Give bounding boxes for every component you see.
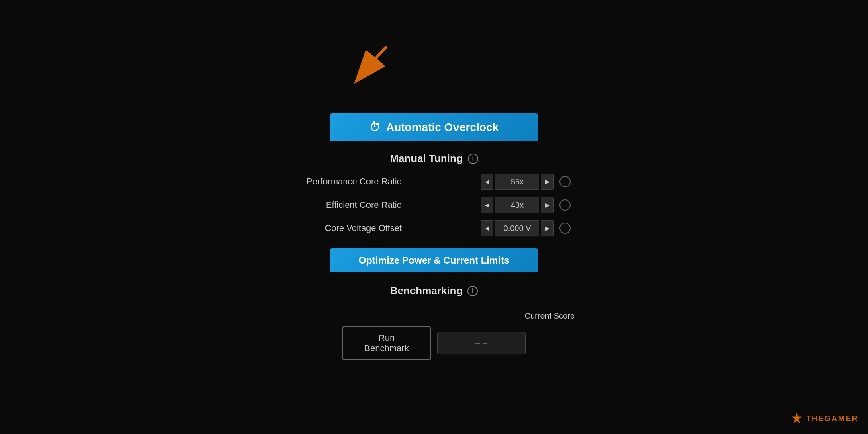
right-arrow-icon: ▶	[545, 225, 550, 231]
thegamer-logo-icon	[791, 412, 803, 424]
controls-section: Performance Core Ratio ◀ 55x ▶ i Efficie…	[293, 174, 575, 244]
left-arrow-icon: ◀	[485, 225, 489, 231]
efficient-core-ratio-label: Efficient Core Ratio	[297, 200, 410, 210]
core-voltage-offset-input-group: ◀ 0.000 V ▶ i	[481, 220, 571, 236]
score-display: – –	[437, 332, 526, 354]
efficient-core-ratio-row: Efficient Core Ratio ◀ 43x ▶ i	[293, 197, 575, 213]
core-voltage-dropdown[interactable]: 0.000 V	[495, 220, 539, 236]
core-voltage-increase-button[interactable]: ▶	[541, 220, 554, 236]
svg-marker-1	[792, 413, 801, 423]
benchmarking-section: Benchmarking i Current Score Run Benchma…	[293, 285, 575, 360]
right-arrow-icon: ▶	[545, 202, 550, 208]
benchmarking-header: Benchmarking i	[390, 285, 478, 297]
arrow-annotation	[330, 43, 394, 96]
score-value: – –	[475, 338, 488, 348]
watermark-text: THEGAMER	[806, 414, 858, 423]
performance-core-ratio-input-group: ◀ 55x ▶ i	[481, 174, 571, 190]
manual-tuning-header: Manual Tuning i	[390, 152, 478, 165]
manual-tuning-info-icon[interactable]: i	[468, 154, 478, 164]
performance-core-ratio-info-icon[interactable]: i	[559, 176, 571, 187]
efficient-core-ratio-input-group: ◀ 43x ▶ i	[481, 197, 571, 213]
efficient-core-ratio-dropdown[interactable]: 43x	[495, 197, 539, 213]
efficient-core-ratio-increase-button[interactable]: ▶	[541, 197, 554, 213]
optimize-label: Optimize Power & Current Limits	[359, 255, 510, 266]
performance-core-ratio-row: Performance Core Ratio ◀ 55x ▶ i	[293, 174, 575, 190]
efficient-core-ratio-decrease-button[interactable]: ◀	[481, 197, 493, 213]
right-arrow-icon: ▶	[545, 178, 550, 185]
benchmark-row: Run Benchmark – –	[293, 326, 575, 360]
performance-core-ratio-decrease-button[interactable]: ◀	[481, 174, 493, 190]
watermark: THEGAMER	[791, 412, 858, 424]
speedometer-icon: ⏱	[369, 121, 381, 134]
current-score-label: Current Score	[486, 311, 575, 321]
performance-core-ratio-dropdown[interactable]: 55x	[495, 174, 539, 190]
run-benchmark-label: Run Benchmark	[364, 333, 409, 353]
performance-core-ratio-increase-button[interactable]: ▶	[541, 174, 554, 190]
left-arrow-icon: ◀	[485, 202, 489, 208]
core-voltage-info-icon[interactable]: i	[559, 223, 571, 234]
optimize-power-button[interactable]: Optimize Power & Current Limits	[330, 248, 538, 272]
core-voltage-decrease-button[interactable]: ◀	[481, 220, 493, 236]
manual-tuning-label: Manual Tuning	[390, 152, 463, 165]
core-voltage-offset-label: Core Voltage Offset	[297, 223, 410, 233]
performance-core-ratio-label: Performance Core Ratio	[297, 176, 410, 187]
core-voltage-offset-row: Core Voltage Offset ◀ 0.000 V ▶ i	[293, 220, 575, 236]
benchmarking-label: Benchmarking	[390, 285, 463, 297]
efficient-core-ratio-info-icon[interactable]: i	[559, 199, 571, 211]
main-container: ⏱ Automatic Overclock Manual Tuning i Pe…	[293, 113, 575, 360]
run-benchmark-button[interactable]: Run Benchmark	[342, 326, 431, 360]
auto-overclock-button[interactable]: ⏱ Automatic Overclock	[330, 113, 538, 141]
score-label-row: Current Score	[293, 311, 575, 321]
left-arrow-icon: ◀	[485, 178, 489, 185]
auto-overclock-label: Automatic Overclock	[386, 121, 499, 134]
benchmarking-info-icon[interactable]: i	[467, 286, 478, 296]
